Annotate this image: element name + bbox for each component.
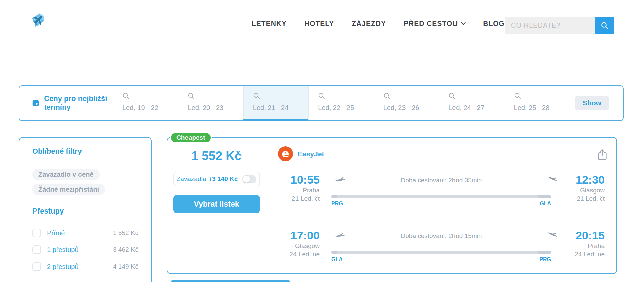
- date-tab-label: Led, 25 - 28: [514, 104, 569, 112]
- stop-price: 1 552 Kč: [113, 229, 138, 237]
- itinerary-section: e EasyJet 10:55 Praha 21 Led, čt Doba ce…: [266, 138, 616, 273]
- search-icon: [383, 92, 391, 100]
- date-tab-led-20-23[interactable]: Led, 20 - 23: [178, 86, 243, 120]
- date-bar-title: Ceny pro nejbližší termíny: [19, 86, 113, 120]
- calendar-icon: [32, 99, 39, 107]
- travel-duration: Doba cestování: 2hod 15min: [331, 232, 551, 240]
- departure-date: 24 Led, ne: [266, 250, 320, 258]
- nav-item-hotely[interactable]: HOTELY: [304, 19, 334, 28]
- arrival-city: Praha: [551, 242, 605, 250]
- arrival-time: 12:30: [551, 173, 605, 186]
- date-tab-label: Led, 19 - 22: [122, 104, 178, 112]
- price-section: 1 552 Kč Zavazadla +3 140 Kč Vybrat líst…: [167, 138, 266, 273]
- search-icon: [122, 92, 130, 100]
- search-icon: [448, 92, 456, 100]
- arrival-time: 20:15: [551, 229, 605, 242]
- date-tab-led-25-28[interactable]: Led, 25 - 28: [504, 86, 569, 120]
- date-bar-title-text: Ceny pro nejbližší termíny: [44, 94, 113, 112]
- search-icon: [187, 92, 195, 100]
- stop-price: 4 149 Kč: [113, 263, 138, 270]
- easyjet-logo-icon: e: [278, 146, 293, 161]
- date-tab-led-23-26[interactable]: Led, 23 - 26: [374, 86, 439, 120]
- baggage-option-box: Zavazadla +3 140 Kč: [173, 172, 260, 186]
- total-price: 1 552 Kč: [167, 149, 266, 163]
- flight-progress-bar: [331, 195, 551, 198]
- filter-chip-baggage-included[interactable]: Zavazadlo v ceně: [32, 169, 100, 180]
- departure-city: Praha: [266, 186, 320, 194]
- search-input[interactable]: [505, 17, 595, 34]
- filters-panel: Oblíbené filtry Zavazadlo v ceně Žádné m…: [19, 137, 152, 282]
- toggle-knob: [243, 176, 250, 183]
- date-tab-label: Led, 20 - 23: [187, 104, 243, 112]
- airport-codes: PRG GLA: [331, 201, 551, 207]
- date-price-bar: Ceny pro nejbližší termíny Led, 19 - 22 …: [19, 85, 624, 121]
- date-tab-led-21-24-selected[interactable]: Led, 21 - 24: [243, 86, 308, 120]
- select-ticket-button[interactable]: Vybrat lístek: [173, 195, 260, 213]
- baggage-toggle[interactable]: [242, 175, 256, 183]
- favorite-filters-title: Oblíbené filtry: [32, 147, 138, 156]
- site-search: [505, 17, 614, 34]
- checkbox-direct[interactable]: [32, 229, 41, 237]
- chevron-down-icon: [461, 22, 466, 25]
- nav-item-pred-cestou[interactable]: PŘED CESTOU: [404, 19, 466, 28]
- date-tab-label: Led, 21 - 24: [253, 104, 308, 112]
- date-tab-label: Led, 23 - 26: [383, 104, 439, 112]
- date-tab-label: Led, 22 - 25: [318, 104, 373, 112]
- show-button[interactable]: Show: [575, 96, 609, 110]
- arrival-info: 12:30 Glasgow 21 Led, čt: [551, 173, 605, 203]
- departure-time: 10:55: [266, 173, 320, 186]
- site-logo[interactable]: [28, 11, 48, 31]
- nav-item-label: PŘED CESTOU: [404, 19, 458, 28]
- departure-city: Glasgow: [266, 242, 320, 250]
- nav-item-zajezdy[interactable]: ZÁJEZDY: [352, 19, 386, 28]
- departure-time: 17:00: [266, 229, 320, 242]
- date-tab-led-22-25[interactable]: Led, 22 - 25: [308, 86, 373, 120]
- stop-row-direct: Přímé 1 552 Kč: [32, 228, 138, 238]
- divider: [32, 221, 138, 221]
- departure-airport-code: PRG: [331, 201, 343, 207]
- checkbox-2-stops[interactable]: [32, 262, 41, 271]
- arrival-airport-code: GLA: [540, 201, 551, 207]
- travel-duration: Doba cestování: 2hod 35min: [331, 177, 551, 184]
- stop-row-1-stop: 1 přestupů 3 462 Kč: [32, 245, 138, 254]
- date-tab-led-19-22[interactable]: Led, 19 - 22: [113, 86, 178, 120]
- divider: [285, 221, 611, 221]
- stop-label: 2 přestupů: [47, 263, 79, 271]
- next-card-top[interactable]: [171, 280, 290, 282]
- baggage-label: Zavazadla: [177, 175, 206, 183]
- date-tab-label: Led, 24 - 27: [448, 104, 504, 112]
- share-icon: [598, 149, 607, 160]
- filter-chip-no-layover[interactable]: Žádné mezipřistání: [32, 184, 105, 195]
- site-header: LETENKY HOTELY ZÁJEZDY PŘED CESTOU BLOG: [0, 0, 644, 40]
- stop-row-2-stops: 2 přestupů 4 149 Kč: [32, 262, 138, 271]
- arrival-date: 24 Led, ne: [551, 250, 605, 258]
- main-nav: LETENKY HOTELY ZÁJEZDY PŘED CESTOU BLOG: [252, 19, 505, 28]
- search-icon: [318, 92, 325, 100]
- airport-codes: GLA PRG: [331, 256, 551, 263]
- arrival-info: 20:15 Praha 24 Led, ne: [551, 229, 605, 258]
- departure-date: 21 Led, čt: [266, 194, 320, 203]
- airline-row: e EasyJet: [278, 146, 324, 161]
- departure-airport-code: GLA: [331, 256, 343, 263]
- stop-label: 1 přestupů: [47, 246, 79, 254]
- search-icon: [253, 92, 260, 100]
- flight-progress-bar: [331, 251, 551, 254]
- divider: [32, 161, 138, 161]
- arrival-date: 21 Led, čt: [551, 194, 605, 203]
- departure-info: 17:00 Glasgow 24 Led, ne: [266, 229, 320, 258]
- search-icon: [514, 92, 521, 100]
- search-button[interactable]: [595, 17, 614, 34]
- nav-item-blog[interactable]: BLOG: [483, 19, 505, 28]
- flight-result-card: Cheapest 1 552 Kč Zavazadla +3 140 Kč Vy…: [167, 137, 617, 274]
- airline-name: EasyJet: [298, 150, 324, 158]
- date-tab-led-24-27[interactable]: Led, 24 - 27: [439, 86, 504, 120]
- arrival-city: Glasgow: [551, 186, 605, 194]
- arrival-airport-code: PRG: [539, 256, 551, 263]
- checkbox-1-stop[interactable]: [32, 245, 41, 254]
- stop-label: Přímé: [47, 229, 65, 237]
- stops-title: Přestupy: [32, 207, 138, 216]
- search-icon: [601, 21, 609, 30]
- nav-item-letenky[interactable]: LETENKY: [252, 19, 287, 28]
- baggage-price: +3 140 Kč: [208, 175, 238, 183]
- share-button[interactable]: [598, 149, 607, 161]
